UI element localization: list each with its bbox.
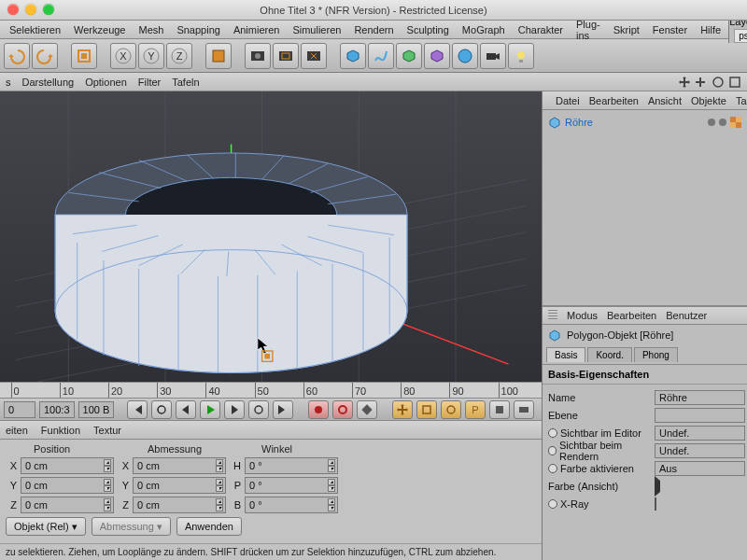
layout-selector[interactable]: psd (734, 29, 747, 43)
am-benutzer[interactable]: Benutzer (666, 310, 707, 321)
size-input[interactable]: 0 cm▴▾ (133, 497, 226, 513)
tab-textur[interactable]: Textur (93, 425, 121, 436)
step-fwd-button[interactable] (224, 400, 245, 419)
angle-input[interactable]: 0 °▴▾ (245, 497, 338, 513)
am-modus[interactable]: Modus (567, 310, 598, 321)
next-key-button[interactable] (248, 400, 269, 419)
start-frame-field[interactable]: 0 (4, 401, 35, 418)
menu-skript[interactable]: Skript (608, 22, 645, 37)
spline-button[interactable] (368, 43, 394, 69)
keyframe-sel-button[interactable] (357, 400, 377, 419)
viewport-3d[interactable] (0, 91, 542, 382)
param-tool-button[interactable]: P (465, 400, 486, 419)
view-tafeln[interactable]: Tafeln (172, 77, 199, 88)
radio-icon[interactable] (548, 428, 557, 438)
tab-phong[interactable]: Phong (634, 347, 678, 362)
light-button[interactable] (508, 43, 534, 69)
options-button[interactable] (489, 400, 510, 419)
timeline-ruler[interactable]: 0 10 20 30 40 50 60 70 80 90 100 (0, 382, 542, 399)
grip-icon[interactable] (548, 310, 557, 321)
autokey-button[interactable] (332, 400, 353, 419)
render-settings-button[interactable] (301, 43, 327, 69)
tree-node-roehre[interactable]: Röhre (548, 114, 741, 131)
checkbox[interactable] (655, 497, 656, 511)
deformer-button[interactable] (424, 43, 450, 69)
ratio-field[interactable]: 100:3 (39, 401, 75, 418)
property-value-field[interactable]: Undef. (655, 426, 745, 441)
position-input[interactable]: 0 cm▴▾ (21, 457, 114, 474)
menu-sculpting[interactable]: Sculpting (402, 22, 455, 37)
menu-animieren[interactable]: Animieren (228, 22, 286, 37)
goto-start-button[interactable] (127, 400, 148, 419)
view-filter[interactable]: Filter (138, 77, 161, 88)
object-tree[interactable]: Röhre (543, 110, 747, 306)
generator-button[interactable] (396, 43, 422, 69)
menu-charakter[interactable]: Charakter (513, 22, 569, 37)
angle-input[interactable]: 0 °▴▾ (245, 477, 338, 494)
visibility-dot-icon[interactable] (708, 119, 715, 126)
view-optionen[interactable]: Optionen (85, 77, 127, 88)
more-button[interactable] (514, 400, 534, 419)
menu-hilfe[interactable]: Hilfe (695, 22, 726, 37)
position-input[interactable]: 0 cm▴▾ (21, 497, 114, 513)
prev-key-button[interactable] (151, 400, 172, 419)
property-value-field[interactable]: Undef. (655, 443, 745, 458)
tab-koord[interactable]: Koord. (587, 347, 631, 362)
om-bearbeiten[interactable]: Bearbeiten (589, 95, 639, 106)
axis-z-button[interactable]: Z (166, 43, 192, 69)
axis-y-button[interactable]: Y (138, 43, 164, 69)
menu-mesh[interactable]: Mesh (133, 22, 169, 37)
goto-end-button[interactable] (273, 400, 293, 419)
property-value-field[interactable] (655, 408, 745, 423)
radio-icon[interactable] (548, 464, 557, 473)
view-darstellung[interactable]: Darstellung (22, 77, 75, 88)
view-maximize-icon[interactable] (728, 76, 741, 89)
step-back-button[interactable] (176, 400, 196, 419)
om-ansicht[interactable]: Ansicht (648, 95, 682, 106)
view-zoom-icon[interactable] (695, 76, 708, 89)
coord-mode-dropdown[interactable]: Objekt (Rel) ▾ (6, 517, 86, 536)
coord-system-button[interactable] (205, 43, 232, 69)
size-input[interactable]: 0 cm▴▾ (133, 477, 226, 494)
rotate-tool-button[interactable] (441, 400, 461, 419)
size-mode-dropdown[interactable]: Abmessung ▾ (92, 517, 171, 536)
property-value-field[interactable]: Aus (655, 461, 745, 476)
environment-button[interactable] (452, 43, 478, 69)
am-bearbeiten[interactable]: Bearbeiten (607, 310, 656, 321)
radio-icon[interactable] (548, 446, 557, 455)
menu-rendern[interactable]: Rendern (348, 22, 399, 37)
undo-button[interactable] (4, 43, 30, 69)
tab-basis[interactable]: Basis (546, 347, 585, 362)
scale-tool-button[interactable] (416, 400, 437, 419)
view-move-icon[interactable] (678, 76, 691, 89)
move-tool-button[interactable] (392, 400, 413, 419)
render-dot-icon[interactable] (719, 119, 726, 126)
menu-werkzeuge[interactable]: Werkzeuge (68, 22, 131, 37)
redo-button[interactable] (32, 43, 58, 69)
property-value-field[interactable]: Röhre (655, 390, 745, 405)
play-button[interactable] (200, 400, 220, 419)
menu-fenster[interactable]: Fenster (647, 22, 693, 37)
tab-funktion[interactable]: Funktion (41, 425, 80, 436)
axis-x-button[interactable]: X (110, 43, 136, 69)
angle-input[interactable]: 0 °▴▾ (245, 457, 338, 474)
zoom-window-icon[interactable] (43, 4, 54, 15)
om-tags[interactable]: Tag (736, 95, 747, 106)
render-view-button[interactable] (245, 43, 271, 69)
menu-mograph[interactable]: MoGraph (457, 22, 511, 37)
live-select-button[interactable] (71, 43, 97, 69)
apply-button[interactable]: Anwenden (176, 517, 242, 536)
size-input[interactable]: 0 cm▴▾ (133, 457, 226, 474)
om-objekte[interactable]: Objekte (691, 95, 726, 106)
om-datei[interactable]: Datei (556, 95, 580, 106)
render-region-button[interactable] (273, 43, 299, 69)
position-input[interactable]: 0 cm▴▾ (21, 477, 114, 494)
camera-button[interactable] (480, 43, 506, 69)
menu-snapping[interactable]: Snapping (171, 22, 226, 37)
minimize-window-icon[interactable] (25, 4, 36, 15)
primitive-cube-button[interactable] (340, 43, 366, 69)
radio-icon[interactable] (548, 499, 557, 509)
view-rotate-icon[interactable] (712, 76, 725, 89)
frames-field[interactable]: 100 B (78, 401, 115, 418)
menu-selektieren[interactable]: Selektieren (4, 22, 66, 37)
